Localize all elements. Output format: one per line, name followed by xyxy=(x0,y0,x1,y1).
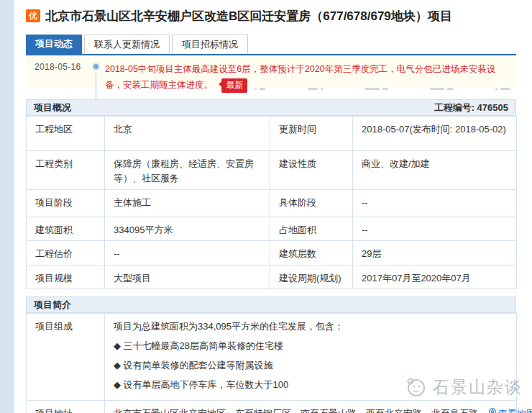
cell-label: 具体阶段 xyxy=(270,190,353,217)
intro-title: 项目简介 xyxy=(34,299,71,312)
cell-value: -- xyxy=(353,217,517,241)
cell-value: 保障房（廉租房、经适房、安置房等）、社区服务 xyxy=(105,151,270,190)
overview-header: 项目概况 工程编号: 476505 xyxy=(26,99,516,116)
tab-project-bidding[interactable]: 项目招标情况 xyxy=(172,35,248,54)
address-text: 北京市石景山区北辛安地区，东至特钢厂区，南至石景山路，西至北辛安路，北至阜石路 xyxy=(114,408,478,413)
cell-label: 工程类别 xyxy=(27,151,105,190)
location-pin-icon xyxy=(488,408,497,413)
cell-value: 334095平方米 xyxy=(105,217,270,241)
project-overview-section: 项目概况 工程编号: 476505 工程地区 北京 更新时间 2018-05-0… xyxy=(26,99,516,289)
address-cell: 北京市石景山区北辛安地区，东至特钢厂区，南至石景山路，西至北辛安路，北至阜石路 … xyxy=(105,401,517,413)
view-map-label: 查看地图 xyxy=(498,408,532,413)
project-intro-section: 项目简介 项目组成 项目为总建筑面积为334,095平方米的住宅发展，包含： ◆… xyxy=(26,296,516,413)
overview-title: 项目概况 xyxy=(34,101,71,114)
cell-label: 项目组成 xyxy=(27,314,105,401)
composition-line: ◆ 三十七幢最高28层高简单装修的住宅楼 xyxy=(114,339,508,353)
cell-label: 项目地址 xyxy=(27,401,105,413)
tab-project-updates[interactable]: 项目动态 xyxy=(26,35,82,54)
project-number: 工程编号: 476505 xyxy=(434,101,508,114)
cell-label: 工程估价 xyxy=(27,241,105,266)
page-content: 优 北京市石景山区北辛安棚户区改造B区回迁安置房（677/678/679地块）项… xyxy=(26,0,516,413)
table-row: 项目阶段 主体施工 具体阶段 -- xyxy=(27,190,517,217)
cell-label: 更新时间 xyxy=(270,117,353,151)
table-row: 项目组成 项目为总建筑面积为334,095平方米的住宅发展，包含： ◆ 三十七幢… xyxy=(27,314,517,401)
timeline-dot-icon xyxy=(93,64,98,69)
table-row: 工程估价 -- 建筑层数 29层 xyxy=(27,241,517,266)
cell-label: 项目阶段 xyxy=(27,190,105,217)
page-header: 优 北京市石景山区北辛安棚户区改造B区回迁安置房（677/678/679地块）项… xyxy=(26,7,516,24)
cell-label: 建设性质 xyxy=(270,151,353,190)
cell-value: 大型项目 xyxy=(105,266,270,289)
overview-table: 工程地区 北京 更新时间 2018-05-07(发布时间: 2018-05-02… xyxy=(26,116,517,289)
table-row: 工程地区 北京 更新时间 2018-05-07(发布时间: 2018-05-02… xyxy=(27,117,517,151)
composition-line: ◆ 设有简单装修的配套公建等附属设施 xyxy=(114,358,508,373)
tab-bar: 项目动态 联系人更新情况 项目招标情况 xyxy=(26,35,516,55)
table-row: 项目地址 北京市石景山区北辛安地区，东至特钢厂区，南至石景山路，西至北辛安路，北… xyxy=(27,401,517,413)
timeline xyxy=(89,62,105,87)
cell-value: -- xyxy=(105,241,270,266)
gap-strip xyxy=(26,87,516,99)
cell-label: 建设周期(规划) xyxy=(270,266,353,289)
cell-label: 建筑层数 xyxy=(270,241,353,266)
table-row: 项目规模 大型项目 建设周期(规划) 2017年07月至2020年07月 xyxy=(27,266,517,289)
cell-value: 2018-05-07(发布时间: 2018-05-02) xyxy=(353,117,517,151)
tab-contact-updates[interactable]: 联系人更新情况 xyxy=(84,35,170,54)
cell-label: 占地面积 xyxy=(270,217,353,241)
blurred-toolbar-fragments xyxy=(254,88,510,90)
cell-value: 北京 xyxy=(105,117,270,151)
cell-value: -- xyxy=(353,190,517,217)
cell-value: 主体施工 xyxy=(105,190,270,217)
cell-value: 商业、改建/加建 xyxy=(353,151,517,190)
intro-table: 项目组成 项目为总建筑面积为334,095平方米的住宅发展，包含： ◆ 三十七幢… xyxy=(26,313,517,413)
cell-value: 2017年07月至2020年07月 xyxy=(353,266,517,289)
view-map-link[interactable]: 查看地图 xyxy=(488,408,532,413)
table-row: 工程类别 保障房（廉租房、经适房、安置房等）、社区服务 建设性质 商业、改建/加… xyxy=(27,151,517,190)
news-text-link[interactable]: 2018-05中旬项目主体最高建设至6层，整体预计于2020年第三季度完工，电气… xyxy=(105,64,495,90)
composition-cell: 项目为总建筑面积为334,095平方米的住宅发展，包含： ◆ 三十七幢最高28层… xyxy=(105,314,517,401)
project-number-value: 476505 xyxy=(477,102,508,113)
composition-line: 项目为总建筑面积为334,095平方米的住宅发展，包含： xyxy=(114,319,508,334)
quality-badge: 优 xyxy=(26,9,40,22)
news-panel: 2018-05-16 2018-05中旬项目主体最高建设至6层，整体预计于202… xyxy=(26,55,516,87)
project-number-label: 工程编号: xyxy=(434,102,474,113)
cell-label: 建筑面积 xyxy=(27,217,105,241)
cell-label: 工程地区 xyxy=(27,117,105,151)
table-row: 建筑面积 334095平方米 占地面积 -- xyxy=(27,217,517,241)
left-margin-strip xyxy=(0,0,14,413)
cell-value: 29层 xyxy=(353,241,517,266)
page-title: 北京市石景山区北辛安棚户区改造B区回迁安置房（677/678/679地块）项目 xyxy=(45,8,452,24)
news-body: 2018-05中旬项目主体最高建设至6层，整体预计于2020年第三季度完工，电气… xyxy=(105,62,508,87)
intro-header: 项目简介 xyxy=(26,296,516,313)
news-date: 2018-05-16 xyxy=(35,62,89,87)
composition-line: ◆ 设有单层高地下停车库，车位数大于100 xyxy=(114,378,508,392)
cell-label: 项目规模 xyxy=(27,266,105,289)
